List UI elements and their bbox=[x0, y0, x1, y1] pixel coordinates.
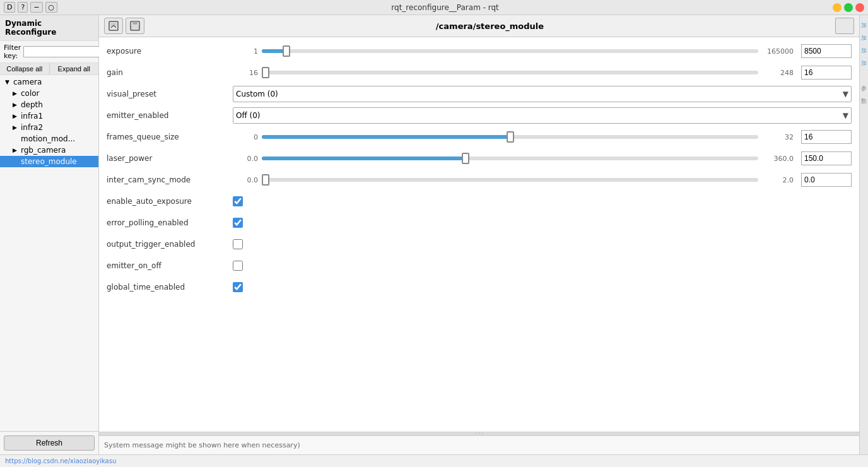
laser-power-track bbox=[262, 157, 758, 160]
param-label-laser-power: laser_power bbox=[107, 154, 233, 163]
gain-slider-container[interactable] bbox=[262, 67, 758, 78]
tree-item-camera[interactable]: ▼ camera bbox=[0, 76, 98, 88]
param-slider-frames-queue: 0 32 bbox=[233, 130, 852, 144]
load-icon bbox=[108, 20, 119, 32]
visual-preset-dropdown[interactable]: Custom (0) ▼ bbox=[233, 86, 852, 102]
frames-queue-slider-container[interactable] bbox=[262, 131, 758, 143]
frames-queue-max: 32 bbox=[762, 133, 794, 141]
svg-rect-4 bbox=[132, 26, 138, 30]
visual-preset-value: Custom (0) bbox=[236, 90, 278, 98]
param-row-output-trigger: output_trigger_enabled bbox=[107, 235, 852, 253]
tree-arrow-depth: ▶ bbox=[13, 102, 19, 108]
param-row-exposure: exposure 1 165000 bbox=[107, 42, 852, 60]
maximize-button[interactable] bbox=[844, 3, 853, 12]
toolbar-right-buttons: D ? − ○ bbox=[4, 2, 57, 13]
refresh-button[interactable]: Refresh bbox=[4, 435, 95, 451]
tree-item-infra1[interactable]: ▶ infra1 bbox=[0, 110, 98, 122]
frames-queue-thumb[interactable] bbox=[507, 131, 514, 143]
tree-label-infra2: infra2 bbox=[21, 123, 43, 132]
param-row-gain: gain 16 248 bbox=[107, 64, 852, 81]
exposure-thumb[interactable] bbox=[283, 45, 290, 57]
tree-label-stereo-module: stereo_module bbox=[21, 157, 77, 166]
exposure-value-input[interactable] bbox=[801, 44, 852, 58]
tree-arrow-infra1: ▶ bbox=[13, 113, 19, 119]
tree-arrow-color: ▶ bbox=[13, 90, 19, 97]
tree-item-depth[interactable]: ▶ depth bbox=[0, 99, 98, 110]
exposure-slider-container[interactable] bbox=[262, 45, 758, 57]
emitter-enabled-dropdown[interactable]: Off (0) ▼ bbox=[233, 107, 852, 124]
inter-cam-sync-slider-container[interactable] bbox=[262, 174, 758, 186]
sidebar-header: Dynamic Reconfigure bbox=[0, 15, 98, 41]
params-area: exposure 1 165000 bbox=[99, 37, 859, 432]
tree-item-motion-mod[interactable]: motion_mod... bbox=[0, 133, 98, 145]
tree-arrow-infra2: ▶ bbox=[13, 124, 19, 131]
close-button[interactable] bbox=[855, 3, 864, 12]
output-trigger-checkbox[interactable] bbox=[233, 239, 243, 249]
param-label-inter-cam-sync: inter_cam_sync_mode bbox=[107, 175, 233, 184]
exposure-track bbox=[262, 49, 758, 53]
expand-all-button[interactable]: Expand all bbox=[50, 63, 99, 74]
laser-power-slider-container[interactable] bbox=[262, 153, 758, 164]
param-label-visual-preset: visual_preset bbox=[107, 90, 233, 98]
tree-label-camera: camera bbox=[13, 78, 42, 86]
param-row-inter-cam-sync: inter_cam_sync_mode 0.0 2.0 bbox=[107, 171, 852, 189]
frames-queue-value-input[interactable] bbox=[801, 130, 852, 144]
laser-power-value-input[interactable] bbox=[801, 151, 852, 165]
toolbar-title: /camera/stereo_module bbox=[147, 21, 833, 31]
toolbar-extra-button[interactable] bbox=[835, 18, 854, 34]
gain-value-input[interactable] bbox=[801, 66, 852, 80]
inter-cam-sync-value-input[interactable] bbox=[801, 173, 852, 187]
param-slider-laser-power: 0.0 360.0 bbox=[233, 151, 852, 165]
tree-item-color[interactable]: ▶ color bbox=[0, 88, 98, 99]
param-row-frames-queue: frames_queue_size 0 32 bbox=[107, 128, 852, 146]
svg-rect-1 bbox=[110, 23, 117, 27]
collapse-row: Collapse all Expand all bbox=[0, 63, 98, 75]
svg-rect-3 bbox=[132, 21, 138, 25]
tree-item-rgb-camera[interactable]: ▶ rgb_camera bbox=[0, 145, 98, 156]
global-time-checkbox[interactable] bbox=[233, 282, 243, 292]
param-row-error-polling: error_polling_enabled bbox=[107, 214, 852, 232]
lower-area: System message might be shown here when … bbox=[99, 435, 859, 454]
gain-max: 248 bbox=[762, 69, 794, 77]
restore-button[interactable]: ○ bbox=[45, 2, 58, 13]
param-row-emitter-enabled: emitter_enabled Off (0) ▼ bbox=[107, 107, 852, 124]
error-polling-checkbox[interactable] bbox=[233, 218, 243, 228]
frames-queue-track bbox=[262, 135, 758, 139]
inter-cam-sync-max: 2.0 bbox=[762, 176, 794, 184]
param-slider-inter-cam-sync: 0.0 2.0 bbox=[233, 173, 852, 187]
param-row-auto-exposure: enable_auto_exposure bbox=[107, 192, 852, 210]
tree-label-depth: depth bbox=[21, 100, 43, 109]
emitter-on-off-checkbox[interactable] bbox=[233, 261, 243, 271]
param-row-global-time: global_time_enabled bbox=[107, 278, 852, 296]
content-body: Dynamic Reconfigure Filter key: Collapse… bbox=[0, 15, 868, 454]
d-button[interactable]: D bbox=[4, 2, 15, 13]
param-label-emitter-enabled: emitter_enabled bbox=[107, 111, 233, 120]
tree-item-infra2[interactable]: ▶ infra2 bbox=[0, 122, 98, 133]
minimize-button[interactable] bbox=[833, 3, 842, 12]
laser-power-fill bbox=[262, 157, 466, 160]
auto-exposure-checkbox[interactable] bbox=[233, 196, 243, 206]
toolbar-load-button[interactable] bbox=[104, 18, 123, 34]
tree-arrow-rgb-camera: ▶ bbox=[13, 147, 19, 153]
param-slider-exposure: 1 165000 bbox=[233, 44, 852, 58]
window-title: rqt_reconfigure__Param - rqt bbox=[57, 3, 833, 12]
inter-cam-sync-min: 0.0 bbox=[233, 176, 258, 184]
inter-cam-sync-thumb[interactable] bbox=[262, 174, 269, 186]
collapse-all-button[interactable]: Collapse all bbox=[0, 63, 50, 74]
tree-label-color: color bbox=[21, 89, 40, 98]
inter-cam-sync-track bbox=[262, 178, 758, 182]
laser-power-thumb[interactable] bbox=[462, 153, 469, 164]
url-text: https://blog.csdn.ne/xiaoziaoyikasu bbox=[5, 458, 116, 464]
tree-label-motion-mod: motion_mod... bbox=[21, 134, 75, 143]
tree-item-stereo-module[interactable]: stereo_module bbox=[0, 156, 98, 167]
param-row-laser-power: laser_power 0.0 360.0 bbox=[107, 150, 852, 167]
laser-power-max: 360.0 bbox=[762, 155, 794, 163]
toolbar-save-button[interactable] bbox=[126, 18, 144, 34]
gain-thumb[interactable] bbox=[262, 67, 269, 78]
exposure-max: 165000 bbox=[762, 47, 794, 56]
help-button[interactable]: ? bbox=[18, 2, 28, 13]
gain-min: 16 bbox=[233, 69, 258, 77]
tree-label-rgb-camera: rgb_camera bbox=[21, 146, 66, 155]
status-message: System message might be shown here when … bbox=[104, 441, 300, 449]
minus-button[interactable]: − bbox=[30, 2, 42, 13]
